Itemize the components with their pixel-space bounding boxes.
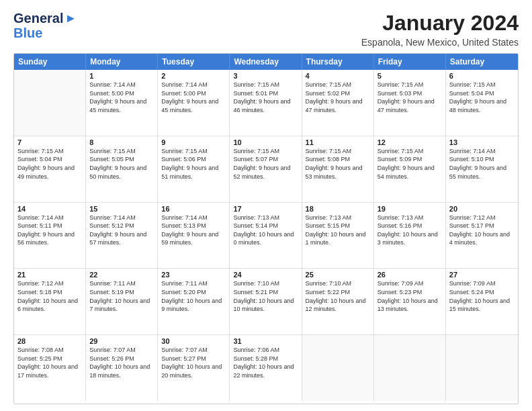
calendar-week-row: 21 Sunrise: 7:12 AM Sunset: 5:18 PM Dayl… <box>14 269 518 335</box>
day-info: Sunrise: 7:11 AM Sunset: 5:19 PM Dayligh… <box>89 279 154 313</box>
day-number: 5 <box>378 72 442 80</box>
day-number: 30 <box>161 337 226 345</box>
calendar-header-day: Thursday <box>302 54 374 70</box>
subtitle: Espanola, New Mexico, United States <box>361 37 519 48</box>
day-info: Sunrise: 7:10 AM Sunset: 5:21 PM Dayligh… <box>233 279 298 313</box>
title-section: January 2024 Espanola, New Mexico, Unite… <box>361 11 519 48</box>
day-info: Sunrise: 7:15 AM Sunset: 5:06 PM Dayligh… <box>161 147 226 181</box>
day-info: Sunrise: 7:06 AM Sunset: 5:28 PM Dayligh… <box>233 346 298 379</box>
calendar-cell: 15 Sunrise: 7:14 AM Sunset: 5:12 PM Dayl… <box>86 203 158 269</box>
day-number: 25 <box>306 271 370 279</box>
calendar-cell: 4 Sunrise: 7:15 AM Sunset: 5:02 PM Dayli… <box>302 70 374 136</box>
main-title: January 2024 <box>361 11 519 36</box>
day-info: Sunrise: 7:15 AM Sunset: 5:04 PM Dayligh… <box>17 147 82 181</box>
day-info: Sunrise: 7:15 AM Sunset: 5:07 PM Dayligh… <box>233 147 298 181</box>
day-number: 24 <box>233 271 298 279</box>
day-info: Sunrise: 7:09 AM Sunset: 5:24 PM Dayligh… <box>449 279 515 313</box>
calendar-cell: 12 Sunrise: 7:15 AM Sunset: 5:09 PM Dayl… <box>374 136 446 202</box>
calendar-week-row: 7 Sunrise: 7:15 AM Sunset: 5:04 PM Dayli… <box>14 136 518 203</box>
calendar-cell: 17 Sunrise: 7:13 AM Sunset: 5:14 PM Dayl… <box>230 203 302 269</box>
day-number: 26 <box>378 271 442 279</box>
logo-arrow-icon: ► <box>64 11 77 26</box>
calendar-cell <box>374 335 446 401</box>
day-number: 1 <box>89 72 154 80</box>
day-number: 2 <box>161 72 226 80</box>
day-info: Sunrise: 7:14 AM Sunset: 5:10 PM Dayligh… <box>449 147 515 181</box>
day-number: 13 <box>449 138 515 146</box>
day-info: Sunrise: 7:07 AM Sunset: 5:26 PM Dayligh… <box>89 346 154 379</box>
day-info: Sunrise: 7:12 AM Sunset: 5:18 PM Dayligh… <box>17 279 82 313</box>
calendar-cell: 23 Sunrise: 7:11 AM Sunset: 5:20 PM Dayl… <box>158 269 230 334</box>
calendar-cell: 19 Sunrise: 7:13 AM Sunset: 5:16 PM Dayl… <box>374 203 446 269</box>
day-number: 21 <box>17 271 82 279</box>
logo-blue-label: Blue <box>13 26 42 40</box>
calendar-cell: 29 Sunrise: 7:07 AM Sunset: 5:26 PM Dayl… <box>86 335 158 401</box>
day-info: Sunrise: 7:10 AM Sunset: 5:22 PM Dayligh… <box>306 279 370 313</box>
calendar-header-day: Wednesday <box>230 54 302 70</box>
day-info: Sunrise: 7:14 AM Sunset: 5:13 PM Dayligh… <box>161 214 226 247</box>
calendar-cell: 25 Sunrise: 7:10 AM Sunset: 5:22 PM Dayl… <box>302 269 374 334</box>
day-info: Sunrise: 7:15 AM Sunset: 5:08 PM Dayligh… <box>306 147 370 181</box>
calendar-cell: 27 Sunrise: 7:09 AM Sunset: 5:24 PM Dayl… <box>446 269 518 334</box>
calendar-cell: 11 Sunrise: 7:15 AM Sunset: 5:08 PM Dayl… <box>302 136 374 202</box>
calendar-cell <box>14 70 86 136</box>
calendar-cell: 7 Sunrise: 7:15 AM Sunset: 5:04 PM Dayli… <box>14 136 86 202</box>
calendar-cell: 31 Sunrise: 7:06 AM Sunset: 5:28 PM Dayl… <box>230 335 302 401</box>
calendar-cell: 14 Sunrise: 7:14 AM Sunset: 5:11 PM Dayl… <box>14 203 86 269</box>
day-info: Sunrise: 7:13 AM Sunset: 5:15 PM Dayligh… <box>306 214 370 247</box>
calendar-header-day: Friday <box>374 54 446 70</box>
calendar-cell: 6 Sunrise: 7:15 AM Sunset: 5:04 PM Dayli… <box>446 70 518 136</box>
day-number: 11 <box>306 138 370 146</box>
day-number: 6 <box>449 72 515 80</box>
day-info: Sunrise: 7:14 AM Sunset: 5:11 PM Dayligh… <box>17 214 82 247</box>
calendar-body: 1 Sunrise: 7:14 AM Sunset: 5:00 PM Dayli… <box>14 70 518 401</box>
calendar-cell: 16 Sunrise: 7:14 AM Sunset: 5:13 PM Dayl… <box>158 203 230 269</box>
day-number: 27 <box>449 271 515 279</box>
calendar-cell: 13 Sunrise: 7:14 AM Sunset: 5:10 PM Dayl… <box>446 136 518 202</box>
calendar-cell <box>446 335 518 401</box>
calendar-cell: 9 Sunrise: 7:15 AM Sunset: 5:06 PM Dayli… <box>158 136 230 202</box>
day-number: 18 <box>306 205 370 213</box>
logo-general-text: General <box>13 11 63 26</box>
day-number: 31 <box>233 337 298 345</box>
day-info: Sunrise: 7:15 AM Sunset: 5:03 PM Dayligh… <box>378 81 442 114</box>
day-number: 20 <box>449 205 515 213</box>
day-number: 29 <box>89 337 154 345</box>
calendar-cell: 22 Sunrise: 7:11 AM Sunset: 5:19 PM Dayl… <box>86 269 158 334</box>
calendar-cell: 1 Sunrise: 7:14 AM Sunset: 5:00 PM Dayli… <box>86 70 158 136</box>
calendar-cell: 28 Sunrise: 7:08 AM Sunset: 5:25 PM Dayl… <box>14 335 86 401</box>
calendar-header-day: Saturday <box>446 54 518 70</box>
day-number: 12 <box>378 138 442 146</box>
calendar-week-row: 28 Sunrise: 7:08 AM Sunset: 5:25 PM Dayl… <box>14 335 518 401</box>
header: General ► Blue January 2024 Espanola, Ne… <box>13 11 519 48</box>
calendar-cell: 21 Sunrise: 7:12 AM Sunset: 5:18 PM Dayl… <box>14 269 86 334</box>
calendar-cell: 2 Sunrise: 7:14 AM Sunset: 5:00 PM Dayli… <box>158 70 230 136</box>
day-number: 3 <box>233 72 298 80</box>
day-info: Sunrise: 7:08 AM Sunset: 5:25 PM Dayligh… <box>17 346 82 379</box>
calendar-cell: 8 Sunrise: 7:15 AM Sunset: 5:05 PM Dayli… <box>86 136 158 202</box>
day-number: 28 <box>17 337 82 345</box>
calendar-header: SundayMondayTuesdayWednesdayThursdayFrid… <box>14 54 518 70</box>
day-number: 10 <box>233 138 298 146</box>
calendar-cell: 26 Sunrise: 7:09 AM Sunset: 5:23 PM Dayl… <box>374 269 446 334</box>
page: General ► Blue January 2024 Espanola, Ne… <box>0 0 532 411</box>
calendar-header-day: Tuesday <box>158 54 230 70</box>
calendar-cell: 3 Sunrise: 7:15 AM Sunset: 5:01 PM Dayli… <box>230 70 302 136</box>
calendar-cell: 20 Sunrise: 7:12 AM Sunset: 5:17 PM Dayl… <box>446 203 518 269</box>
day-number: 17 <box>233 205 298 213</box>
day-info: Sunrise: 7:12 AM Sunset: 5:17 PM Dayligh… <box>449 214 515 247</box>
day-info: Sunrise: 7:14 AM Sunset: 5:00 PM Dayligh… <box>161 81 226 114</box>
day-info: Sunrise: 7:15 AM Sunset: 5:04 PM Dayligh… <box>449 81 515 114</box>
day-number: 8 <box>89 138 154 146</box>
day-info: Sunrise: 7:13 AM Sunset: 5:16 PM Dayligh… <box>378 214 442 247</box>
day-info: Sunrise: 7:15 AM Sunset: 5:09 PM Dayligh… <box>378 147 442 181</box>
day-number: 22 <box>89 271 154 279</box>
logo: General ► Blue <box>13 11 77 40</box>
calendar-cell: 5 Sunrise: 7:15 AM Sunset: 5:03 PM Dayli… <box>374 70 446 136</box>
day-number: 4 <box>306 72 370 80</box>
day-info: Sunrise: 7:15 AM Sunset: 5:01 PM Dayligh… <box>233 81 298 114</box>
day-number: 9 <box>161 138 226 146</box>
day-info: Sunrise: 7:15 AM Sunset: 5:05 PM Dayligh… <box>89 147 154 181</box>
day-number: 19 <box>378 205 442 213</box>
calendar-cell: 18 Sunrise: 7:13 AM Sunset: 5:15 PM Dayl… <box>302 203 374 269</box>
